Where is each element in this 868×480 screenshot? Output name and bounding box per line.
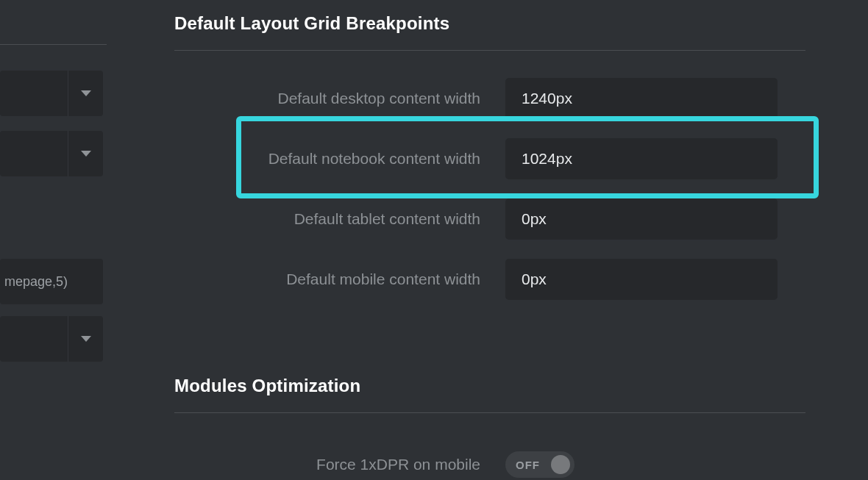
field-input-notebook-width[interactable]: 1024px xyxy=(505,138,778,179)
sidebar-dropdown-2-trigger[interactable] xyxy=(68,131,103,176)
field-input-tablet-width[interactable]: 0px xyxy=(505,198,778,240)
field-notebook-width: Default notebook content width 1024px xyxy=(174,129,822,189)
toggle-force-dpr[interactable]: OFF xyxy=(505,451,574,478)
sidebar-dropdown-3[interactable] xyxy=(0,316,103,362)
field-input-mobile-width[interactable]: 0px xyxy=(505,259,778,300)
field-desktop-width: Default desktop content width 1240px xyxy=(174,68,822,129)
field-force-dpr: Force 1xDPR on mobile OFF xyxy=(174,451,822,478)
chevron-down-icon xyxy=(81,90,91,96)
sidebar-chip-text: mepage,5) xyxy=(4,274,68,290)
field-label: Default notebook content width xyxy=(174,150,505,168)
section-title-modules: Modules Optimization xyxy=(174,376,822,396)
main-content: Default Layout Grid Breakpoints Default … xyxy=(174,0,822,478)
section-divider xyxy=(174,412,805,413)
field-label: Force 1xDPR on mobile xyxy=(174,456,505,473)
sidebar-dropdown-1[interactable] xyxy=(0,71,103,116)
field-label: Default tablet content width xyxy=(174,210,505,228)
sidebar-dropdown-3-trigger[interactable] xyxy=(68,316,103,362)
toggle-knob xyxy=(551,455,570,474)
chevron-down-icon xyxy=(81,151,91,157)
section-divider xyxy=(174,50,805,51)
field-mobile-width: Default mobile content width 0px xyxy=(174,249,822,309)
toggle-state-text: OFF xyxy=(516,459,540,471)
sidebar-dropdown-1-trigger[interactable] xyxy=(68,71,103,116)
section-title-breakpoints: Default Layout Grid Breakpoints xyxy=(174,13,822,34)
chevron-down-icon xyxy=(81,336,91,342)
field-label: Default mobile content width xyxy=(174,271,505,288)
sidebar-dropdown-2[interactable] xyxy=(0,131,103,176)
sidebar-divider xyxy=(0,44,107,45)
field-label: Default desktop content width xyxy=(174,90,505,107)
section-modules: Modules Optimization Force 1xDPR on mobi… xyxy=(174,376,822,478)
field-tablet-width: Default tablet content width 0px xyxy=(174,189,822,249)
section-breakpoints: Default Layout Grid Breakpoints Default … xyxy=(174,0,822,309)
sidebar-chip-cropped[interactable]: mepage,5) xyxy=(0,259,103,304)
sidebar-cropped: mepage,5) xyxy=(0,0,107,480)
breakpoints-fields: Default desktop content width 1240px Def… xyxy=(174,68,822,309)
field-input-desktop-width[interactable]: 1240px xyxy=(505,78,778,119)
